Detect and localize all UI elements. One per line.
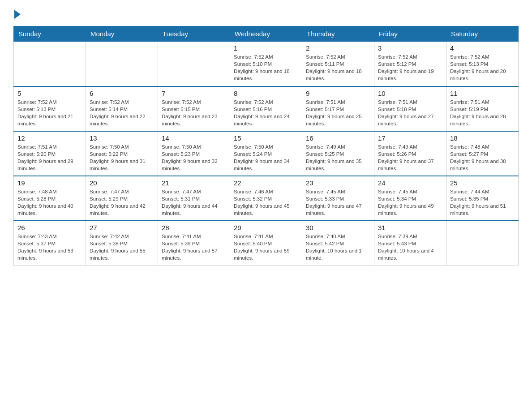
day-info: Sunrise: 7:51 AMSunset: 5:17 PMDaylight:…: [306, 98, 370, 127]
day-info: Sunrise: 7:46 AMSunset: 5:32 PMDaylight:…: [234, 188, 298, 217]
day-number: 24: [378, 179, 442, 187]
day-number: 14: [162, 134, 226, 142]
calendar-cell: 26Sunrise: 7:43 AMSunset: 5:37 PMDayligh…: [14, 221, 86, 265]
day-of-week-header: Monday: [86, 26, 158, 42]
day-of-week-header: Friday: [374, 26, 446, 42]
day-info: Sunrise: 7:41 AMSunset: 5:39 PMDaylight:…: [162, 233, 226, 261]
day-of-week-header: Saturday: [446, 26, 519, 42]
day-number: 10: [378, 90, 442, 97]
day-info: Sunrise: 7:47 AMSunset: 5:29 PMDaylight:…: [90, 188, 154, 217]
day-number: 11: [450, 90, 515, 97]
calendar-cell: 16Sunrise: 7:49 AMSunset: 5:25 PMDayligh…: [302, 131, 374, 176]
calendar-cell: 13Sunrise: 7:50 AMSunset: 5:22 PMDayligh…: [86, 131, 158, 176]
calendar-cell: 8Sunrise: 7:52 AMSunset: 5:16 PMDaylight…: [230, 86, 302, 131]
calendar-cell: 14Sunrise: 7:50 AMSunset: 5:23 PMDayligh…: [158, 131, 230, 176]
day-number: 23: [306, 179, 370, 187]
calendar-cell: 4Sunrise: 7:52 AMSunset: 5:13 PMDaylight…: [446, 42, 519, 86]
day-number: 31: [378, 224, 442, 231]
calendar-week-row: 12Sunrise: 7:51 AMSunset: 5:20 PMDayligh…: [14, 131, 519, 176]
day-number: 16: [306, 134, 370, 142]
day-info: Sunrise: 7:39 AMSunset: 5:43 PMDaylight:…: [378, 233, 442, 261]
calendar-cell: 3Sunrise: 7:52 AMSunset: 5:12 PMDaylight…: [374, 42, 446, 86]
day-number: 27: [90, 224, 154, 231]
calendar-cell: 31Sunrise: 7:39 AMSunset: 5:43 PMDayligh…: [374, 221, 446, 265]
day-info: Sunrise: 7:52 AMSunset: 5:11 PMDaylight:…: [306, 53, 370, 82]
day-info: Sunrise: 7:45 AMSunset: 5:34 PMDaylight:…: [378, 188, 442, 217]
day-number: 25: [450, 179, 515, 187]
day-info: Sunrise: 7:50 AMSunset: 5:23 PMDaylight:…: [162, 143, 226, 172]
day-info: Sunrise: 7:52 AMSunset: 5:13 PMDaylight:…: [17, 98, 82, 127]
calendar-cell: 29Sunrise: 7:41 AMSunset: 5:40 PMDayligh…: [230, 221, 302, 265]
calendar-cell: 9Sunrise: 7:51 AMSunset: 5:17 PMDaylight…: [302, 86, 374, 131]
day-number: 28: [162, 224, 226, 231]
day-number: 18: [450, 134, 515, 142]
day-number: 17: [378, 134, 442, 142]
calendar-cell: 11Sunrise: 7:51 AMSunset: 5:19 PMDayligh…: [446, 86, 519, 131]
calendar-cell: 18Sunrise: 7:48 AMSunset: 5:27 PMDayligh…: [446, 131, 519, 176]
day-number: 6: [90, 90, 154, 97]
day-number: 26: [17, 224, 82, 231]
day-number: 7: [162, 90, 226, 97]
day-info: Sunrise: 7:52 AMSunset: 5:16 PMDaylight:…: [234, 98, 298, 127]
day-info: Sunrise: 7:52 AMSunset: 5:15 PMDaylight:…: [162, 98, 226, 127]
day-info: Sunrise: 7:47 AMSunset: 5:31 PMDaylight:…: [162, 188, 226, 217]
calendar-week-row: 26Sunrise: 7:43 AMSunset: 5:37 PMDayligh…: [14, 221, 519, 265]
calendar-cell: 5Sunrise: 7:52 AMSunset: 5:13 PMDaylight…: [14, 86, 86, 131]
logo-arrow-icon: [14, 10, 21, 19]
calendar-cell: [14, 42, 86, 86]
day-info: Sunrise: 7:48 AMSunset: 5:27 PMDaylight:…: [450, 143, 515, 172]
calendar-cell: 25Sunrise: 7:44 AMSunset: 5:35 PMDayligh…: [446, 176, 519, 221]
calendar-cell: 7Sunrise: 7:52 AMSunset: 5:15 PMDaylight…: [158, 86, 230, 131]
day-info: Sunrise: 7:41 AMSunset: 5:40 PMDaylight:…: [234, 233, 298, 261]
calendar-cell: 21Sunrise: 7:47 AMSunset: 5:31 PMDayligh…: [158, 176, 230, 221]
calendar-cell: 12Sunrise: 7:51 AMSunset: 5:20 PMDayligh…: [14, 131, 86, 176]
calendar-cell: 22Sunrise: 7:46 AMSunset: 5:32 PMDayligh…: [230, 176, 302, 221]
day-info: Sunrise: 7:52 AMSunset: 5:10 PMDaylight:…: [234, 53, 298, 82]
day-number: 9: [306, 90, 370, 97]
calendar-cell: 28Sunrise: 7:41 AMSunset: 5:39 PMDayligh…: [158, 221, 230, 265]
day-info: Sunrise: 7:49 AMSunset: 5:25 PMDaylight:…: [306, 143, 370, 172]
day-number: 2: [306, 44, 370, 52]
day-info: Sunrise: 7:51 AMSunset: 5:19 PMDaylight:…: [450, 98, 515, 127]
calendar-cell: 10Sunrise: 7:51 AMSunset: 5:18 PMDayligh…: [374, 86, 446, 131]
day-number: 5: [17, 90, 82, 97]
day-number: 30: [306, 224, 370, 231]
calendar-cell: 1Sunrise: 7:52 AMSunset: 5:10 PMDaylight…: [230, 42, 302, 86]
day-number: 20: [90, 179, 154, 187]
day-info: Sunrise: 7:43 AMSunset: 5:37 PMDaylight:…: [17, 233, 82, 261]
day-number: 1: [234, 44, 298, 52]
calendar-cell: 6Sunrise: 7:52 AMSunset: 5:14 PMDaylight…: [86, 86, 158, 131]
logo: [13, 9, 21, 17]
day-info: Sunrise: 7:52 AMSunset: 5:14 PMDaylight:…: [90, 98, 154, 127]
calendar-cell: 17Sunrise: 7:49 AMSunset: 5:26 PMDayligh…: [374, 131, 446, 176]
calendar-cell: 27Sunrise: 7:42 AMSunset: 5:38 PMDayligh…: [86, 221, 158, 265]
calendar-cell: 30Sunrise: 7:40 AMSunset: 5:42 PMDayligh…: [302, 221, 374, 265]
calendar-header-row: SundayMondayTuesdayWednesdayThursdayFrid…: [14, 26, 519, 42]
day-of-week-header: Thursday: [302, 26, 374, 42]
day-info: Sunrise: 7:50 AMSunset: 5:24 PMDaylight:…: [234, 143, 298, 172]
calendar-cell: [446, 221, 519, 265]
day-info: Sunrise: 7:49 AMSunset: 5:26 PMDaylight:…: [378, 143, 442, 172]
day-of-week-header: Tuesday: [158, 26, 230, 42]
calendar-table: SundayMondayTuesdayWednesdayThursdayFrid…: [13, 26, 519, 265]
day-number: 15: [234, 134, 298, 142]
calendar-cell: 15Sunrise: 7:50 AMSunset: 5:24 PMDayligh…: [230, 131, 302, 176]
day-of-week-header: Wednesday: [230, 26, 302, 42]
day-number: 13: [90, 134, 154, 142]
day-info: Sunrise: 7:48 AMSunset: 5:28 PMDaylight:…: [17, 188, 82, 217]
day-number: 29: [234, 224, 298, 231]
day-info: Sunrise: 7:52 AMSunset: 5:13 PMDaylight:…: [450, 53, 515, 82]
day-info: Sunrise: 7:45 AMSunset: 5:33 PMDaylight:…: [306, 188, 370, 217]
day-number: 12: [17, 134, 82, 142]
day-number: 22: [234, 179, 298, 187]
day-number: 3: [378, 44, 442, 52]
calendar-cell: [158, 42, 230, 86]
day-info: Sunrise: 7:51 AMSunset: 5:20 PMDaylight:…: [17, 143, 82, 172]
day-info: Sunrise: 7:42 AMSunset: 5:38 PMDaylight:…: [90, 233, 154, 261]
calendar-cell: 24Sunrise: 7:45 AMSunset: 5:34 PMDayligh…: [374, 176, 446, 221]
day-info: Sunrise: 7:52 AMSunset: 5:12 PMDaylight:…: [378, 53, 442, 82]
day-info: Sunrise: 7:51 AMSunset: 5:18 PMDaylight:…: [378, 98, 442, 127]
calendar-cell: [86, 42, 158, 86]
day-info: Sunrise: 7:50 AMSunset: 5:22 PMDaylight:…: [90, 143, 154, 172]
calendar-cell: 20Sunrise: 7:47 AMSunset: 5:29 PMDayligh…: [86, 176, 158, 221]
